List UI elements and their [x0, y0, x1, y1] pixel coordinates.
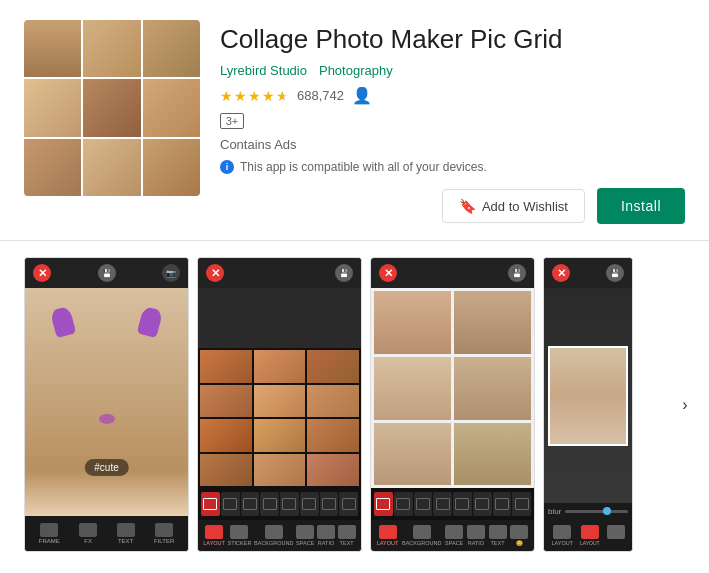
- ss3-emoji-tool[interactable]: 😊: [510, 525, 528, 546]
- collage-cell-3: [307, 350, 359, 383]
- rating-count: 688,742: [297, 88, 344, 103]
- collage-cell-4: [200, 385, 252, 418]
- ss3-icon-8[interactable]: [512, 492, 531, 516]
- action-buttons: 🔖 Add to Wishlist Install: [220, 188, 685, 224]
- layout-tool[interactable]: LAYOUT: [203, 525, 225, 546]
- developer-link[interactable]: Lyrebird Studio: [220, 63, 307, 78]
- ss4-photo: [544, 288, 632, 503]
- text-tool-2[interactable]: TEXT: [338, 525, 356, 546]
- ss4-red-toolbar: LAYOUT LAYOUT: [544, 520, 632, 551]
- fx-icon: [79, 523, 97, 537]
- app-header: Collage Photo Maker Pic Grid Lyrebird St…: [0, 0, 709, 241]
- ss1-close-btn[interactable]: ✕: [33, 264, 51, 282]
- ss1-photo: #cute: [25, 288, 188, 516]
- fx-tool[interactable]: FX: [79, 523, 97, 544]
- wishlist-label: Add to Wishlist: [482, 199, 568, 214]
- layout-icon-3[interactable]: [241, 492, 260, 516]
- ss3-icon-4[interactable]: [433, 492, 452, 516]
- layout-icon-6[interactable]: [300, 492, 319, 516]
- ss3-icon-6[interactable]: [473, 492, 492, 516]
- ss2-close-btn[interactable]: ✕: [206, 264, 224, 282]
- icon-cell-6: [143, 79, 200, 136]
- fx-label: FX: [84, 538, 92, 544]
- ss4-layout-tool[interactable]: LAYOUT: [551, 525, 573, 546]
- chevron-right-button[interactable]: ›: [669, 389, 701, 421]
- ss4-active-tool[interactable]: LAYOUT: [580, 525, 600, 546]
- ss3-save-btn[interactable]: 💾: [508, 264, 526, 282]
- ss3-ratio-label: RATIO: [468, 540, 484, 546]
- layout-icon-1[interactable]: [201, 492, 220, 516]
- screenshot-1[interactable]: ✕ 💾 📷 #cute: [24, 257, 189, 552]
- ratio-label: RATIO: [318, 540, 334, 546]
- frame-tool[interactable]: FRAME: [39, 523, 60, 544]
- user-icon: 👤: [352, 86, 372, 105]
- ss3-tools: LAYOUT BACKGROUND SPACE RATIO: [371, 523, 534, 548]
- ss1-share-btn[interactable]: 📷: [162, 264, 180, 282]
- ss3-sticker-tool[interactable]: BACKGROUND: [402, 525, 441, 546]
- ss4-close-btn[interactable]: ✕: [552, 264, 570, 282]
- install-button[interactable]: Install: [597, 188, 685, 224]
- screenshots-scroll[interactable]: ✕ 💾 📷 #cute: [24, 257, 709, 552]
- ratio-tool[interactable]: RATIO: [317, 525, 335, 546]
- bg-tool[interactable]: BACKGROUND: [254, 525, 293, 546]
- space-tool[interactable]: SPACE: [296, 525, 314, 546]
- ss4-sticker-tool[interactable]: [607, 525, 625, 546]
- ss3-ratio-icon: [467, 525, 485, 539]
- ss3-text-icon: [489, 525, 507, 539]
- collage-cell-1: [200, 350, 252, 383]
- bg-label: BACKGROUND: [254, 540, 293, 546]
- ss3-toolbar: ✕ 💾: [371, 258, 534, 288]
- text-label: TEXT: [118, 538, 133, 544]
- text-tool[interactable]: TEXT: [117, 523, 135, 544]
- bookmark-icon: 🔖: [459, 198, 476, 214]
- contains-ads-label: Contains Ads: [220, 137, 685, 152]
- ss1-save-btn[interactable]: 💾: [98, 264, 116, 282]
- blur-slider-thumb[interactable]: [603, 507, 611, 515]
- layout-icon-4[interactable]: [260, 492, 279, 516]
- ss4-tools: LAYOUT LAYOUT: [544, 523, 632, 548]
- ss3-layout-icon: [379, 525, 397, 539]
- ss3-emoji-icon: [510, 525, 528, 539]
- age-badge: 3+: [220, 113, 244, 129]
- collage-cell-5: [254, 385, 306, 418]
- ss3-layout-tool[interactable]: LAYOUT: [377, 525, 399, 546]
- ss3-icon-3[interactable]: [414, 492, 433, 516]
- ss1-toolbar: ✕ 💾 📷: [25, 258, 188, 288]
- layout-icon-7[interactable]: [320, 492, 339, 516]
- screenshot-2[interactable]: ✕ 💾: [197, 257, 362, 552]
- blur-slider[interactable]: [565, 510, 628, 513]
- ss3-icon-2[interactable]: [394, 492, 413, 516]
- ss3-icon-1[interactable]: [374, 492, 393, 516]
- star-1: ★: [220, 88, 233, 104]
- category-link[interactable]: Photography: [319, 63, 393, 78]
- layout-icon-5[interactable]: [280, 492, 299, 516]
- ss4-save-btn[interactable]: 💾: [606, 264, 624, 282]
- ss3-ratio-tool[interactable]: RATIO: [467, 525, 485, 546]
- ss3-icon-5[interactable]: [453, 492, 472, 516]
- icon-cell-5: [83, 79, 140, 136]
- ss3-space-tool[interactable]: SPACE: [445, 525, 463, 546]
- ss3-text-tool[interactable]: TEXT: [489, 525, 507, 546]
- dog-ear-left: [50, 306, 77, 338]
- ss3-close-btn[interactable]: ✕: [379, 264, 397, 282]
- screenshot-3[interactable]: ✕ 💾: [370, 257, 535, 552]
- sticker-tool[interactable]: STICKER: [228, 525, 252, 546]
- ss4-sticker-icon: [607, 525, 625, 539]
- wishlist-button[interactable]: 🔖 Add to Wishlist: [442, 189, 585, 223]
- dog-nose: [99, 414, 115, 424]
- icon-cell-8: [83, 139, 140, 196]
- screenshot-4[interactable]: ✕ 💾 blur LAYOUT: [543, 257, 633, 552]
- screenshots-section: ✕ 💾 📷 #cute: [0, 241, 709, 568]
- dog-ear-right: [137, 306, 164, 338]
- ss3-icon-7[interactable]: [493, 492, 512, 516]
- layout-icon-2[interactable]: [221, 492, 240, 516]
- ss2-save-btn[interactable]: 💾: [335, 264, 353, 282]
- rating-row: ★ ★ ★ ★ ★ 688,742 👤: [220, 86, 685, 105]
- filter-tool[interactable]: FILTER: [154, 523, 174, 544]
- ss3-sticker-icon: [413, 525, 431, 539]
- ss4-active-icon: [581, 525, 599, 539]
- layout-icon-8[interactable]: [339, 492, 358, 516]
- collage-cell-6: [307, 385, 359, 418]
- text-label-2: TEXT: [340, 540, 354, 546]
- compatibility-row: i This app is compatible with all of you…: [220, 160, 685, 174]
